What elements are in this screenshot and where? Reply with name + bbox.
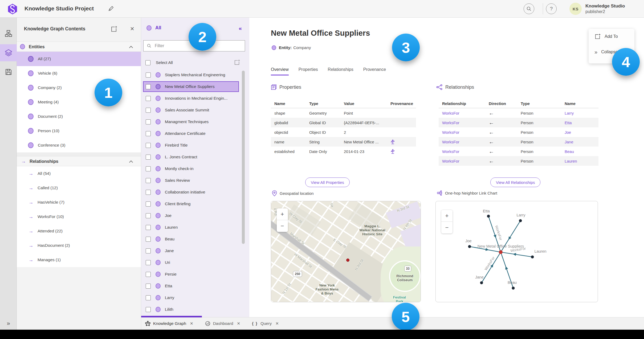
- user-info[interactable]: Knowledge Studio publisher2: [585, 3, 625, 14]
- collapse-panel-icon[interactable]: «: [239, 25, 242, 31]
- item-checkbox[interactable]: [146, 284, 151, 289]
- node-beau[interactable]: [512, 287, 515, 290]
- geospatial-map-card[interactable]: W Clay StSak RdMarshall StW Marshall StE…: [271, 201, 421, 302]
- zoom-in-button[interactable]: +: [441, 210, 453, 222]
- item-checkbox[interactable]: [146, 96, 151, 101]
- group-header-relationships[interactable]: →Relationships: [17, 156, 141, 166]
- table-cell[interactable]: [387, 139, 414, 144]
- table-row[interactable]: objectidObject ID2: [271, 127, 416, 137]
- search-button[interactable]: [524, 3, 534, 14]
- link-chart[interactable]: WorksForWorksForWorksForEttaLarryJoeLaur…: [436, 201, 598, 302]
- node-lauren[interactable]: [531, 256, 534, 259]
- user-avatar[interactable]: KS: [569, 3, 582, 15]
- table-row[interactable]: WorksFor←PersonJane: [439, 137, 598, 147]
- item-checkbox[interactable]: [146, 190, 151, 195]
- table-cell[interactable]: [387, 149, 414, 154]
- table-cell[interactable]: WorksFor: [439, 130, 485, 135]
- view-tab-query[interactable]: { }Query✕: [252, 321, 279, 326]
- item-checkbox[interactable]: [146, 131, 151, 136]
- list-item[interactable]: Lilith: [143, 304, 239, 315]
- sidebar-item-document[interactable]: Document (2): [17, 109, 141, 124]
- close-panel-icon[interactable]: ✕: [130, 26, 134, 32]
- item-checkbox[interactable]: [146, 201, 151, 207]
- table-row[interactable]: shapeGeometryPoint: [271, 108, 416, 118]
- list-item[interactable]: Collaboration initiative: [143, 187, 239, 197]
- item-checkbox[interactable]: [146, 307, 151, 312]
- table-cell[interactable]: Larry: [561, 111, 596, 115]
- sidebar-item-person[interactable]: Person (10): [17, 124, 141, 138]
- table-cell[interactable]: Etta: [561, 120, 596, 125]
- save-icon[interactable]: [0, 63, 17, 80]
- table-cell[interactable]: WorksFor: [439, 149, 485, 154]
- item-checkbox[interactable]: [146, 119, 151, 124]
- item-checkbox[interactable]: [146, 72, 151, 78]
- app-logo-icon[interactable]: [7, 3, 18, 15]
- list-item[interactable]: Client Briefing: [143, 199, 239, 209]
- edit-title-icon[interactable]: [108, 5, 114, 12]
- list-item[interactable]: Joe: [143, 210, 239, 221]
- item-checkbox[interactable]: [146, 155, 151, 160]
- list-item[interactable]: Larry: [143, 292, 239, 303]
- view-tab-dashboard[interactable]: Dashboard✕: [205, 321, 240, 326]
- item-checkbox[interactable]: [146, 213, 151, 218]
- select-all-checkbox[interactable]: [145, 60, 150, 65]
- table-row[interactable]: WorksFor←PersonLarry: [439, 108, 598, 118]
- item-checkbox[interactable]: [146, 295, 151, 300]
- sidebar-item-conference[interactable]: Conference (3): [17, 138, 141, 152]
- table-row[interactable]: WorksFor←PersonLauren: [439, 156, 598, 166]
- zoom-in-button[interactable]: +: [277, 208, 288, 220]
- tab-relationships[interactable]: Relationships: [328, 67, 353, 75]
- item-checkbox[interactable]: [146, 260, 151, 265]
- list-item[interactable]: Uri: [143, 257, 239, 268]
- table-cell[interactable]: Joe: [561, 130, 596, 135]
- list-item[interactable]: Innovations in Mechanical Engin...: [143, 93, 239, 104]
- list-item[interactable]: Staplers Mechanical Engineering: [143, 70, 239, 80]
- sidebar-item-all[interactable]: →All (54): [17, 166, 141, 181]
- zoom-out-button[interactable]: −: [441, 222, 453, 233]
- scrollbar-thumb[interactable]: [242, 71, 245, 244]
- table-cell[interactable]: Lauren: [561, 159, 596, 163]
- list-item[interactable]: Persie: [143, 269, 239, 280]
- sidebar-item-hasdocument[interactable]: →HasDocument (2): [17, 238, 141, 253]
- item-checkbox[interactable]: [146, 272, 151, 277]
- view-tab-knowledge-graph[interactable]: Knowledge Graph✕: [145, 321, 193, 326]
- item-checkbox[interactable]: [146, 237, 151, 242]
- sidebar-item-called[interactable]: →Called (12): [17, 181, 141, 195]
- list-item[interactable]: Montly check-in: [143, 163, 239, 174]
- item-checkbox[interactable]: [146, 143, 151, 148]
- sidebar-item-company[interactable]: Company (2): [17, 80, 141, 95]
- list-item[interactable]: Attendance Certificate: [143, 128, 239, 139]
- sidebar-item-meeting[interactable]: Meeting (4): [17, 95, 141, 109]
- close-tab-icon[interactable]: ✕: [275, 321, 279, 326]
- tab-properties[interactable]: Properties: [299, 67, 318, 75]
- sidebar-item-manages[interactable]: →Manages (1): [17, 253, 141, 267]
- item-checkbox[interactable]: [146, 178, 151, 183]
- sidebar-item-attended[interactable]: →Attended (22): [17, 224, 141, 238]
- table-cell[interactable]: WorksFor: [439, 111, 485, 115]
- tab-overview[interactable]: Overview: [271, 67, 289, 75]
- sidebar-item-hasvehicle[interactable]: →HasVehicle (7): [17, 195, 141, 209]
- sidebar-item-worksfor[interactable]: →WorksFor (10): [17, 209, 141, 224]
- table-row[interactable]: establishedDate Only2014-01-23: [271, 147, 416, 156]
- add-to-map-icon[interactable]: [234, 59, 240, 66]
- list-item[interactable]: Beau: [143, 234, 239, 244]
- item-checkbox[interactable]: [146, 84, 151, 89]
- table-row[interactable]: WorksFor←PersonEtta: [439, 118, 598, 127]
- close-tab-icon[interactable]: ✕: [237, 321, 241, 326]
- list-item[interactable]: Etta: [143, 281, 239, 291]
- group-header-entities[interactable]: Entities: [17, 42, 141, 52]
- map[interactable]: W Clay StSak RdMarshall StW Marshall StE…: [271, 201, 421, 302]
- help-button[interactable]: ?: [546, 3, 557, 14]
- tab-provenance[interactable]: Provenance: [363, 67, 386, 75]
- node-larry[interactable]: [519, 219, 522, 222]
- item-checkbox[interactable]: [146, 248, 151, 253]
- table-row[interactable]: globalidGlobal ID{A228944F-0EF5-...: [271, 118, 416, 127]
- table-row[interactable]: nameStringNew Metal Office ...: [271, 137, 416, 147]
- zoom-out-button[interactable]: −: [277, 220, 288, 232]
- table-row[interactable]: WorksFor←PersonJoe: [439, 127, 598, 137]
- table-cell[interactable]: Beau: [561, 149, 596, 154]
- table-cell[interactable]: WorksFor: [439, 120, 485, 125]
- sidebar-item-vehicle[interactable]: Vehicle (6): [17, 66, 141, 80]
- list-item[interactable]: Jane: [143, 245, 239, 256]
- add-to-map-icon[interactable]: [111, 26, 117, 33]
